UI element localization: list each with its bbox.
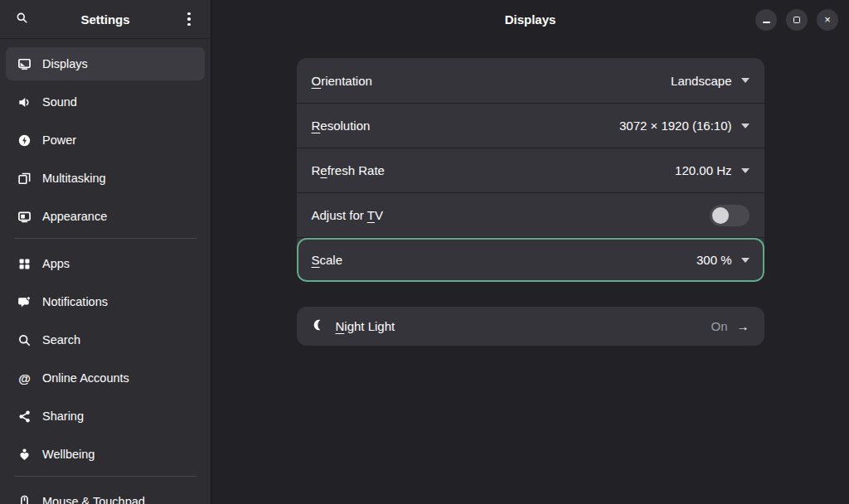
scale-label: Scale xyxy=(312,253,343,267)
sidebar: Settings Displays Sound xyxy=(0,0,211,504)
mouse-icon xyxy=(17,495,32,504)
refresh-rate-label: Refresh Rate xyxy=(312,163,385,177)
minimize-icon xyxy=(763,22,770,23)
night-light-row[interactable]: Night Light On → xyxy=(297,307,764,346)
maximize-button[interactable] xyxy=(786,9,808,31)
adjust-for-tv-row: Adjust for TV xyxy=(297,192,764,237)
orientation-row[interactable]: Orientation Landscape xyxy=(297,58,764,103)
search-icon xyxy=(17,333,32,347)
sidebar-item-label: Power xyxy=(42,133,76,147)
chevron-down-icon xyxy=(741,124,750,128)
orientation-label: Orientation xyxy=(312,74,372,88)
sidebar-headerbar: Settings xyxy=(0,0,211,39)
maximize-icon xyxy=(793,17,800,23)
minimize-button[interactable] xyxy=(755,9,777,31)
display-icon xyxy=(17,57,32,71)
sidebar-item-label: Mouse & Touchpad xyxy=(42,495,145,504)
sidebar-item-sharing[interactable]: Sharing xyxy=(6,400,205,433)
toggle-knob xyxy=(712,207,729,224)
chevron-down-icon xyxy=(741,78,750,83)
window-controls: × xyxy=(755,0,838,39)
sidebar-item-label: Search xyxy=(42,333,80,346)
sidebar-item-label: Appearance xyxy=(42,210,107,223)
settings-window: Settings Displays Sound xyxy=(0,0,849,504)
menu-button[interactable] xyxy=(176,6,202,32)
sidebar-list: Displays Sound Power Multitasking xyxy=(0,39,211,504)
multitasking-windows-icon xyxy=(17,172,32,186)
adjust-for-tv-toggle[interactable] xyxy=(710,205,750,226)
at-symbol-icon: @ xyxy=(17,371,32,385)
sidebar-item-wellbeing[interactable]: Wellbeing xyxy=(6,438,205,471)
sidebar-item-multitasking[interactable]: Multitasking xyxy=(6,162,205,195)
close-button[interactable]: × xyxy=(817,9,838,31)
scale-value: 300 % xyxy=(696,253,732,267)
main-headerbar: Displays × xyxy=(211,0,849,39)
kebab-menu-icon xyxy=(187,12,191,27)
speaker-icon xyxy=(17,95,32,109)
notification-bubble-icon xyxy=(17,295,32,309)
power-icon xyxy=(17,133,32,148)
share-nodes-icon xyxy=(17,410,32,424)
sidebar-item-appearance[interactable]: Appearance xyxy=(6,200,205,233)
sidebar-item-label: Sharing xyxy=(42,410,84,423)
resolution-label: Resolution xyxy=(312,119,371,133)
search-button[interactable] xyxy=(8,6,35,32)
resolution-value: 3072 × 1920 (16:10) xyxy=(619,119,732,133)
crescent-moon-icon xyxy=(312,318,324,334)
night-light-label: Night Light xyxy=(336,319,395,333)
apps-grid-icon xyxy=(17,257,32,271)
orientation-value: Landscape xyxy=(671,74,731,88)
main-panel: Displays × Orientation Landscape xyxy=(211,0,849,504)
resolution-row[interactable]: Resolution 3072 × 1920 (16:10) xyxy=(297,103,764,148)
adjust-for-tv-label: Adjust for TV xyxy=(312,208,383,222)
night-light-status: On xyxy=(711,319,727,333)
search-icon xyxy=(16,12,28,27)
sidebar-item-mouse-touchpad[interactable]: Mouse & Touchpad xyxy=(6,485,205,504)
display-settings-card: Orientation Landscape Resolution 3072 × … xyxy=(297,58,764,282)
sidebar-item-sound[interactable]: Sound xyxy=(6,85,205,119)
sidebar-item-label: Displays xyxy=(42,57,88,70)
appearance-screen-icon xyxy=(17,210,32,224)
displays-content: Orientation Landscape Resolution 3072 × … xyxy=(211,39,849,504)
refresh-rate-value: 120.00 Hz xyxy=(675,163,731,177)
sidebar-item-label: Online Accounts xyxy=(42,371,129,385)
sidebar-item-power[interactable]: Power xyxy=(6,124,205,157)
close-icon: × xyxy=(824,14,831,25)
scale-focus-ring xyxy=(297,238,764,282)
chevron-down-icon xyxy=(741,168,750,173)
sidebar-item-label: Apps xyxy=(42,257,70,270)
page-title: Displays xyxy=(505,12,556,27)
scale-row[interactable]: Scale 300 % xyxy=(297,237,764,282)
sidebar-item-label: Wellbeing xyxy=(42,448,95,461)
sidebar-separator xyxy=(14,238,196,239)
sidebar-item-apps[interactable]: Apps xyxy=(6,247,205,280)
sidebar-item-search[interactable]: Search xyxy=(6,323,205,356)
sidebar-item-label: Multitasking xyxy=(42,172,106,185)
sidebar-item-displays[interactable]: Displays xyxy=(6,47,205,80)
sidebar-item-label: Notifications xyxy=(42,295,108,308)
wellbeing-heart-icon xyxy=(17,448,32,462)
refresh-rate-row[interactable]: Refresh Rate 120.00 Hz xyxy=(297,148,764,192)
sidebar-item-notifications[interactable]: Notifications xyxy=(6,285,205,318)
sidebar-item-label: Sound xyxy=(42,95,77,109)
sidebar-separator xyxy=(14,476,196,477)
go-next-arrow-icon: → xyxy=(737,319,750,333)
chevron-down-icon xyxy=(741,258,750,263)
sidebar-item-online-accounts[interactable]: @ Online Accounts xyxy=(6,361,205,395)
